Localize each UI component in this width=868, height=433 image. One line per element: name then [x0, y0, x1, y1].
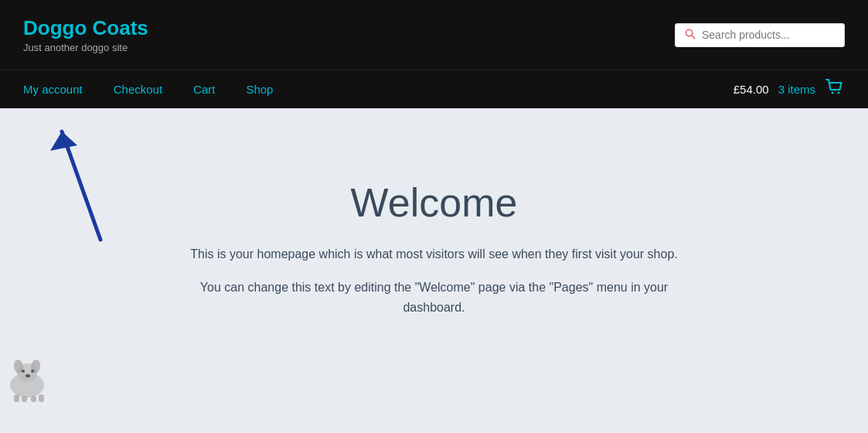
search-input[interactable] [702, 29, 835, 41]
svg-rect-14 [22, 396, 27, 402]
main-content: Welcome This is your homepage which is w… [0, 108, 868, 402]
svg-rect-15 [31, 396, 36, 402]
svg-rect-13 [14, 394, 19, 402]
nav-link-checkout[interactable]: Checkout [114, 83, 162, 96]
welcome-title: Welcome [351, 179, 518, 226]
svg-point-11 [31, 370, 34, 373]
welcome-desc-2: You can change this text by editing the … [172, 278, 697, 317]
svg-line-4 [62, 131, 100, 240]
nav-link-shop[interactable]: Shop [246, 83, 273, 96]
brand-area: Doggo Coats Just another doggo site [23, 16, 148, 53]
svg-point-2 [832, 91, 834, 94]
svg-rect-16 [39, 394, 44, 402]
svg-point-3 [838, 91, 840, 94]
svg-point-12 [26, 374, 30, 377]
nav-links: My account Checkout Cart Shop [23, 83, 273, 96]
site-header: Doggo Coats Just another doggo site [0, 0, 868, 70]
arrow-annotation [43, 116, 120, 258]
dog-illustration [0, 356, 54, 402]
svg-marker-5 [50, 131, 77, 151]
nav-link-my-account[interactable]: My account [23, 83, 83, 96]
welcome-desc-1: This is your homepage which is what most… [190, 244, 677, 264]
svg-line-1 [692, 35, 695, 38]
cart-icon[interactable] [825, 77, 845, 102]
cart-price: £54.00 [734, 83, 769, 96]
search-bar [675, 23, 845, 47]
search-icon [685, 29, 696, 42]
nav-link-cart[interactable]: Cart [193, 83, 215, 96]
main-nav: My account Checkout Cart Shop £54.00 3 i… [0, 70, 868, 108]
cart-area: £54.00 3 items [734, 77, 845, 102]
cart-items-count: 3 items [778, 83, 815, 96]
brand-title[interactable]: Doggo Coats [23, 16, 148, 40]
brand-tagline: Just another doggo site [23, 42, 148, 53]
svg-point-10 [22, 370, 25, 373]
